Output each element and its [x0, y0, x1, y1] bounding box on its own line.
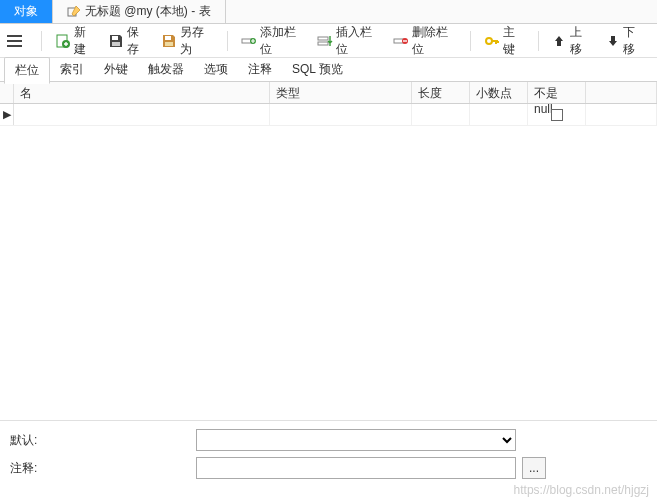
svg-point-13	[486, 38, 492, 44]
decimals-input[interactable]	[474, 108, 523, 122]
subtab-triggers[interactable]: 触发器	[138, 57, 194, 82]
key-icon	[484, 33, 500, 49]
movedown-label: 下移	[623, 24, 646, 58]
svg-rect-3	[112, 36, 118, 40]
subtab-sqlpreview[interactable]: SQL 预览	[282, 57, 353, 82]
name-input[interactable]	[18, 108, 265, 122]
deletefield-button[interactable]: 删除栏位	[388, 22, 462, 60]
separator	[227, 31, 228, 51]
subtab-fields[interactable]: 栏位	[4, 57, 50, 84]
comment-label: 注释:	[10, 460, 190, 477]
primarykey-label: 主键	[503, 24, 525, 58]
menu-icon[interactable]	[6, 32, 23, 50]
cell-extra	[586, 104, 657, 125]
tab-object[interactable]: 对象	[0, 0, 53, 23]
cell-name[interactable]	[14, 104, 270, 125]
primarykey-button[interactable]: 主键	[479, 22, 530, 60]
svg-rect-4	[112, 42, 120, 46]
table-edit-icon	[67, 5, 81, 19]
comment-row: 注释: ...	[10, 457, 647, 479]
addfield-icon	[241, 33, 257, 49]
save-icon	[108, 33, 124, 49]
col-header-extra	[586, 82, 657, 103]
default-row: 默认:	[10, 429, 647, 451]
cell-decimals[interactable]	[470, 104, 528, 125]
field-properties-panel: 默认: 注释: ...	[0, 420, 657, 493]
addfield-button[interactable]: 添加栏位	[236, 22, 310, 60]
tab-untitled-label: 无标题 @my (本地) - 表	[85, 3, 211, 20]
col-header-decimals[interactable]: 小数点	[470, 82, 528, 103]
subtab-foreignkeys[interactable]: 外键	[94, 57, 138, 82]
insertfield-button[interactable]: 插入栏位	[312, 22, 386, 60]
length-input[interactable]	[416, 108, 465, 122]
notnull-checkbox[interactable]	[551, 109, 563, 121]
arrow-down-icon	[605, 33, 620, 49]
save-label: 保存	[127, 24, 149, 58]
cell-type[interactable]	[270, 104, 412, 125]
subtab-indexes[interactable]: 索引	[50, 57, 94, 82]
new-label: 新建	[74, 24, 96, 58]
svg-rect-5	[165, 36, 171, 40]
saveas-icon	[161, 33, 177, 49]
moveup-label: 上移	[570, 24, 593, 58]
separator	[538, 31, 539, 51]
deletefield-label: 删除栏位	[412, 24, 457, 58]
tab-untitled[interactable]: 无标题 @my (本地) - 表	[53, 0, 226, 23]
insertfield-label: 插入栏位	[336, 24, 381, 58]
col-header-type[interactable]: 类型	[270, 82, 412, 103]
comment-more-button[interactable]: ...	[522, 457, 546, 479]
fields-grid-header: 名 类型 长度 小数点 不是 null	[0, 82, 657, 104]
cell-length[interactable]	[412, 104, 470, 125]
designer-tabs: 栏位 索引 外键 触发器 选项 注释 SQL 预览	[0, 58, 657, 82]
saveas-label: 另存为	[180, 24, 214, 58]
subtab-comment[interactable]: 注释	[238, 57, 282, 82]
svg-rect-6	[165, 42, 173, 46]
cell-notnull[interactable]	[528, 104, 586, 125]
svg-rect-10	[318, 42, 328, 45]
movedown-button[interactable]: 下移	[600, 22, 651, 60]
default-label: 默认:	[10, 432, 190, 449]
col-header-length[interactable]: 长度	[412, 82, 470, 103]
separator	[470, 31, 471, 51]
ellipsis-icon: ...	[529, 461, 539, 475]
separator	[41, 31, 42, 51]
col-header-notnull[interactable]: 不是 null	[528, 82, 586, 103]
fields-grid-body: ▶	[0, 104, 657, 404]
insertfield-icon	[317, 33, 333, 49]
type-input[interactable]	[274, 108, 407, 122]
subtab-options[interactable]: 选项	[194, 57, 238, 82]
new-button[interactable]: 新建	[50, 22, 101, 60]
row-marker-header	[0, 82, 14, 103]
moveup-button[interactable]: 上移	[547, 22, 598, 60]
addfield-label: 添加栏位	[260, 24, 305, 58]
col-header-name[interactable]: 名	[14, 82, 270, 103]
toolbar: 新建 保存 另存为 添加栏位 插入栏位 删除栏位	[0, 24, 657, 58]
table-row[interactable]: ▶	[0, 104, 657, 126]
svg-rect-9	[318, 37, 328, 40]
deletefield-icon	[393, 33, 409, 49]
saveas-button[interactable]: 另存为	[156, 22, 219, 60]
new-icon	[55, 33, 71, 49]
save-button[interactable]: 保存	[103, 22, 154, 60]
arrow-up-icon	[552, 33, 567, 49]
tab-object-label: 对象	[14, 3, 38, 20]
default-select[interactable]	[196, 429, 516, 451]
comment-input[interactable]	[196, 457, 516, 479]
window-tabs: 对象 无标题 @my (本地) - 表	[0, 0, 657, 24]
current-row-marker-icon: ▶	[0, 104, 14, 125]
